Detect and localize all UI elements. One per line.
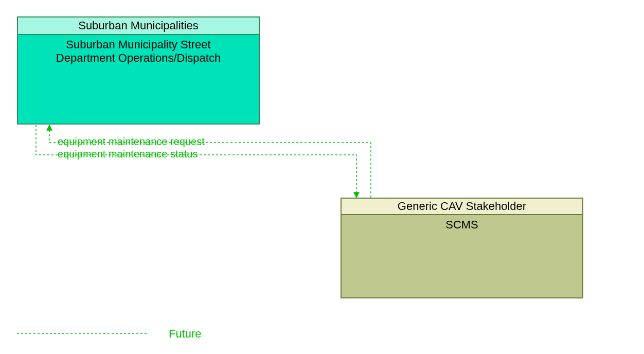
flow-status-label: equipment maintenance status <box>58 148 198 160</box>
flow-request-label: equipment maintenance request <box>58 136 205 148</box>
legend-label: Future <box>169 327 202 341</box>
connectors-svg <box>0 0 644 354</box>
